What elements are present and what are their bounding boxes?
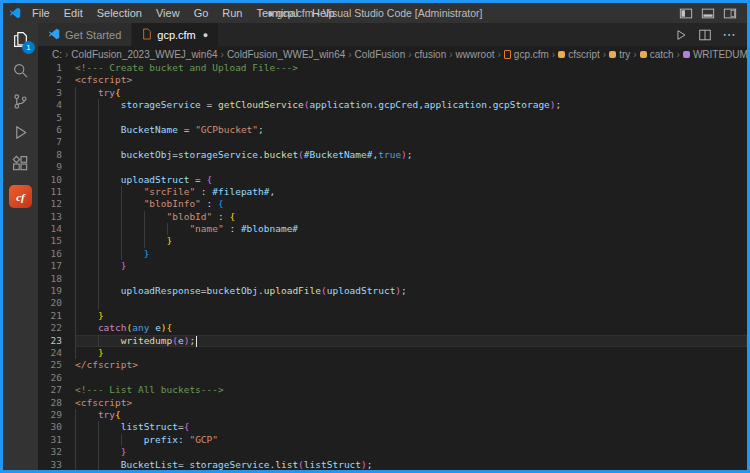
menu-edit[interactable]: Edit: [57, 3, 90, 23]
code-line[interactable]: 24}: [38, 347, 747, 359]
code-line[interactable]: 21}: [38, 310, 747, 322]
line-number[interactable]: 25: [38, 359, 62, 371]
activity-explorer-button[interactable]: 1: [3, 26, 38, 57]
line-number[interactable]: 24: [38, 347, 62, 359]
menu-file[interactable]: File: [25, 3, 57, 23]
line-number[interactable]: 13: [38, 211, 62, 223]
toggle-secondary-sidebar-icon[interactable]: [721, 5, 739, 21]
line-number[interactable]: 22: [38, 322, 62, 334]
code-line[interactable]: 7: [38, 136, 747, 148]
menu-selection[interactable]: Selection: [90, 3, 149, 23]
line-number[interactable]: 7: [38, 136, 62, 148]
tab-gcp-cfm[interactable]: gcp.cfm ●: [132, 23, 219, 46]
breadcrumb-item[interactable]: cfusion: [415, 49, 447, 60]
toggle-panel-icon[interactable]: [699, 5, 717, 21]
code-line[interactable]: 9: [38, 161, 747, 173]
breadcrumb-item[interactable]: gcp.cfm: [504, 49, 549, 60]
activity-source-control-button[interactable]: [3, 88, 38, 119]
code-line[interactable]: 14"name" : #blobname#: [38, 223, 747, 235]
line-number[interactable]: 15: [38, 235, 62, 247]
code-line[interactable]: 25</cfscript>: [38, 359, 747, 371]
code-line[interactable]: 15}: [38, 235, 747, 247]
line-number[interactable]: 16: [38, 248, 62, 260]
line-number[interactable]: 17: [38, 260, 62, 272]
code-line[interactable]: 1<!--- Create bucket and Upload File--->: [38, 62, 747, 74]
split-editor-button[interactable]: [697, 27, 713, 43]
code-line[interactable]: 19uploadResponse=bucketObj.uploadFile(up…: [38, 285, 747, 297]
tab-get-started[interactable]: Get Started: [38, 23, 132, 46]
code-line[interactable]: 4storageService = getCloudService(applic…: [38, 99, 747, 111]
code-line[interactable]: 13"blobId" : {: [38, 211, 747, 223]
code-line[interactable]: 17}: [38, 260, 747, 272]
line-number[interactable]: 18: [38, 273, 62, 285]
line-number[interactable]: 2: [38, 74, 62, 86]
code-line[interactable]: 22catch(any e){: [38, 322, 747, 334]
code-line[interactable]: 33BucketList= storageService.list(listSt…: [38, 459, 747, 471]
activity-coldfusion-button[interactable]: cf: [3, 181, 38, 212]
toggle-primary-sidebar-icon[interactable]: [677, 5, 695, 21]
code-line[interactable]: 29try{: [38, 409, 747, 421]
breadcrumb-item[interactable]: catch: [640, 49, 674, 60]
breadcrumb-item[interactable]: wwwroot: [456, 49, 495, 60]
line-number[interactable]: 27: [38, 384, 62, 396]
breadcrumb-item[interactable]: C:: [52, 49, 62, 60]
breadcrumb-item[interactable]: ColdFusion_WWEJ_win64: [227, 49, 345, 60]
menu-help[interactable]: Help: [305, 3, 342, 23]
line-number[interactable]: 28: [38, 397, 62, 409]
code-line[interactable]: 16}: [38, 248, 747, 260]
breadcrumb-item[interactable]: ColdFusion_2023_WWEJ_win64: [71, 49, 217, 60]
more-actions-button[interactable]: ⋯: [721, 27, 737, 43]
line-number[interactable]: 8: [38, 149, 62, 161]
breadcrumb-item[interactable]: WRITEDUMP: [683, 49, 747, 60]
code-line[interactable]: 2<cfscript>: [38, 74, 747, 86]
breadcrumb-item[interactable]: cfscript: [558, 49, 600, 60]
line-number[interactable]: 5: [38, 112, 62, 124]
line-number[interactable]: 10: [38, 174, 62, 186]
menu-run[interactable]: Run: [215, 3, 249, 23]
code-line[interactable]: 12"blobInfo" : {: [38, 198, 747, 210]
code-line[interactable]: 30listStruct={: [38, 421, 747, 433]
code-line[interactable]: 8bucketObj=storageService.bucket(#Bucket…: [38, 149, 747, 161]
line-number[interactable]: 23: [38, 335, 62, 347]
code-line[interactable]: 6BucketName = "GCPbucket";: [38, 124, 747, 136]
menu-terminal[interactable]: Terminal: [250, 3, 306, 23]
code-line[interactable]: 28<cfscript>: [38, 397, 747, 409]
line-number[interactable]: 31: [38, 434, 62, 446]
code-line[interactable]: 26: [38, 372, 747, 384]
line-number[interactable]: 20: [38, 297, 62, 309]
line-number[interactable]: 9: [38, 161, 62, 173]
activity-run-debug-button[interactable]: [3, 119, 38, 150]
code-line[interactable]: 31prefix: "GCP": [38, 434, 747, 446]
line-number[interactable]: 19: [38, 285, 62, 297]
line-number[interactable]: 30: [38, 421, 62, 433]
line-number[interactable]: 1: [38, 62, 62, 74]
line-number[interactable]: 12: [38, 198, 62, 210]
code-line[interactable]: 27<!--- List All buckets--->: [38, 384, 747, 396]
line-number[interactable]: 21: [38, 310, 62, 322]
unsaved-changes-dot[interactable]: ●: [203, 30, 208, 40]
code-editor[interactable]: 1<!--- Create bucket and Upload File--->…: [38, 62, 747, 470]
line-number[interactable]: 11: [38, 186, 62, 198]
code-line[interactable]: 18: [38, 273, 747, 285]
menu-go[interactable]: Go: [187, 3, 216, 23]
run-file-button[interactable]: [673, 27, 689, 43]
line-number[interactable]: 3: [38, 87, 62, 99]
code-line[interactable]: 10uploadStruct = {: [38, 174, 747, 186]
line-number[interactable]: 29: [38, 409, 62, 421]
line-number[interactable]: 32: [38, 446, 62, 458]
activity-extensions-button[interactable]: [3, 150, 38, 181]
activity-search-button[interactable]: [3, 57, 38, 88]
code-line[interactable]: 32}: [38, 446, 747, 458]
line-number[interactable]: 26: [38, 372, 62, 384]
line-number[interactable]: 33: [38, 459, 62, 471]
code-line[interactable]: 20: [38, 297, 747, 309]
breadcrumb-item[interactable]: ColdFusion: [355, 49, 406, 60]
breadcrumb-item[interactable]: try: [609, 49, 630, 60]
line-number[interactable]: 14: [38, 223, 62, 235]
code-line[interactable]: 11"srcFile" : #filepath#,: [38, 186, 747, 198]
code-line[interactable]: 3try{: [38, 87, 747, 99]
line-number[interactable]: 4: [38, 99, 62, 111]
menu-view[interactable]: View: [149, 3, 187, 23]
code-line[interactable]: 5: [38, 112, 747, 124]
line-number[interactable]: 6: [38, 124, 62, 136]
